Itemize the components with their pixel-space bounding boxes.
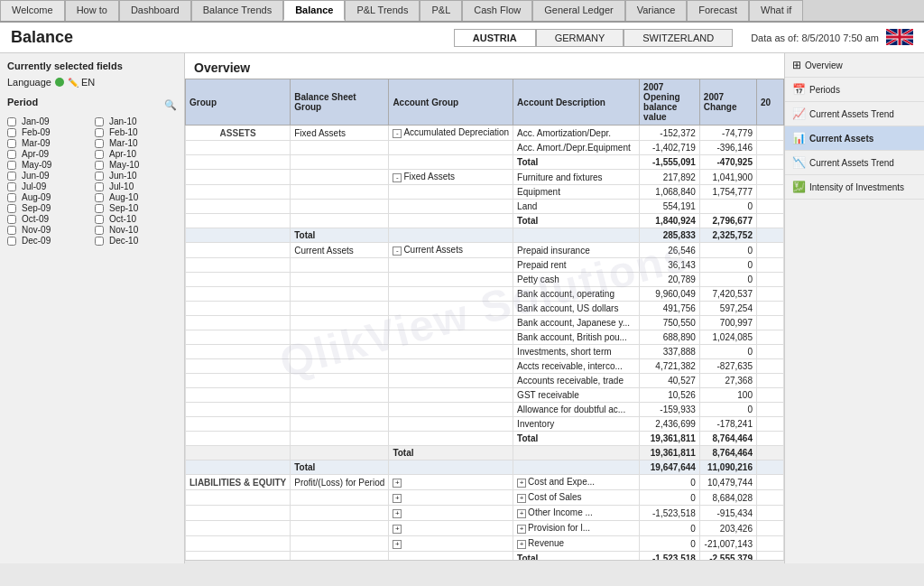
period-checkbox-Jan-09[interactable] — [7, 117, 16, 126]
right-panel-item-current-assets[interactable]: 📊Current Assets — [785, 126, 924, 151]
period-checkbox-Aug-09[interactable] — [7, 193, 16, 202]
expand-button[interactable]: + — [517, 525, 526, 534]
cell-opening-value: 285,833 — [640, 228, 700, 243]
table-row: Allowance for doubtful ac...-159,9330 — [186, 403, 784, 417]
period-checkbox-Feb-10[interactable] — [95, 128, 104, 137]
col-header-group: Group — [186, 79, 291, 126]
cell-account-group: -Current Assets — [389, 243, 513, 258]
period-checkbox-Mar-10[interactable] — [95, 139, 104, 148]
period-checkbox-Jul-09[interactable] — [7, 182, 16, 191]
country-tab-switzerland[interactable]: SWITZERLAND — [624, 29, 733, 47]
cell-opening-value: 4,721,382 — [640, 359, 700, 374]
expand-button[interactable]: + — [517, 479, 526, 488]
period-checkbox-May-09[interactable] — [7, 161, 16, 170]
period-label-Jun-10: Jun-10 — [109, 171, 139, 181]
period-checkbox-Apr-10[interactable] — [95, 150, 104, 159]
cell-extra — [757, 302, 784, 316]
country-tab-germany[interactable]: GERMANY — [536, 29, 624, 47]
cell-account-desc: +Provision for l... — [513, 521, 640, 536]
period-checkbox-Oct-09[interactable] — [7, 215, 16, 224]
cell-account-desc: Accts receivable, interco... — [513, 359, 640, 374]
period-checkbox-Jun-09[interactable] — [7, 172, 16, 181]
period-checkbox-May-10[interactable] — [95, 161, 104, 170]
cell-bs-group — [291, 432, 389, 446]
cell-group — [186, 330, 291, 345]
expand-button[interactable]: + — [517, 494, 526, 503]
expand-button[interactable]: + — [393, 540, 402, 549]
expand-button[interactable]: - — [393, 129, 402, 138]
period-checkbox-Jul-10[interactable] — [95, 182, 104, 191]
nav-tab-balance-trends[interactable]: Balance Trends — [191, 0, 283, 21]
right-panel-item-overview[interactable]: ⊞Overview — [785, 53, 924, 78]
nav-tab-forecast[interactable]: Forecast — [687, 0, 749, 21]
cell-group — [186, 417, 291, 432]
right-panel-item-current-assets-trend[interactable]: 📈Current Assets Trend — [785, 102, 924, 126]
period-checkbox-Sep-10[interactable] — [95, 204, 104, 213]
period-checkbox-Dec-10[interactable] — [95, 237, 104, 246]
right-panel-item-periods[interactable]: 📅Periods — [785, 78, 924, 102]
cell-account-desc: Petty cash — [513, 273, 640, 287]
cell-extra — [757, 126, 784, 141]
period-label-Feb-10: Feb-10 — [109, 127, 139, 137]
nav-tab-general-ledger[interactable]: General Ledger — [532, 0, 624, 21]
table-row: Petty cash20,7890 — [186, 273, 784, 287]
cell-extra — [757, 388, 784, 403]
expand-button[interactable]: + — [393, 509, 402, 518]
nav-tab-how-to[interactable]: How to — [65, 0, 119, 21]
expand-button[interactable]: + — [393, 525, 402, 534]
cell-extra — [757, 155, 784, 170]
right-panel-item-current-assets-trend[interactable]: 📉Current Assets Trend — [785, 151, 924, 175]
expand-button[interactable]: + — [517, 509, 526, 518]
period-checkbox-Jun-10[interactable] — [95, 172, 104, 181]
period-search-icon[interactable]: 🔍 — [164, 99, 177, 111]
cell-opening-value: 36,143 — [640, 258, 700, 273]
cell-change-value: 8,764,464 — [699, 446, 756, 460]
table-row: Total-1,523,518-2,555,379 — [186, 552, 784, 561]
cell-change-value: 700,997 — [699, 316, 756, 330]
nav-tab-variance[interactable]: Variance — [625, 0, 688, 21]
period-checkbox-Oct-10[interactable] — [95, 215, 104, 224]
country-tab-austria[interactable]: AUSTRIA — [454, 29, 536, 47]
right-panel-item-intensity-of-investments[interactable]: 💹Intensity of Investments — [785, 175, 924, 200]
cell-bs-group — [291, 200, 389, 214]
table-row: Accounts receivable, trade40,52727,368 — [186, 374, 784, 388]
nav-tab-what-if[interactable]: What if — [749, 0, 803, 21]
nav-tab-cash-flow[interactable]: Cash Flow — [462, 0, 532, 21]
cell-opening-value: 554,191 — [640, 200, 700, 214]
period-label-Jul-10: Jul-10 — [109, 181, 139, 191]
nav-tab-welcome[interactable]: Welcome — [0, 0, 65, 21]
nav-tab-dashboard[interactable]: Dashboard — [119, 0, 191, 21]
expand-button[interactable]: + — [393, 494, 402, 503]
nav-tab-balance[interactable]: Balance — [283, 0, 345, 21]
horizontal-scrollbar[interactable] — [185, 560, 784, 563]
cell-bs-group — [291, 359, 389, 374]
cell-opening-value: 0 — [640, 490, 700, 506]
cell-change-value: 0 — [699, 403, 756, 417]
period-checkbox-Aug-10[interactable] — [95, 193, 104, 202]
cell-group — [186, 287, 291, 302]
period-checkbox-Mar-09[interactable] — [7, 139, 16, 148]
nav-tab-p-l[interactable]: P&L — [420, 0, 462, 21]
table-row: Acc. Amort./Depr.Equipment-1,402,719-396… — [186, 141, 784, 155]
table-row: ++Cost of Sales08,684,028 — [186, 490, 784, 506]
expand-button[interactable]: + — [517, 540, 526, 549]
cell-group — [186, 432, 291, 446]
table-row: Accts receivable, interco...4,721,382-82… — [186, 359, 784, 374]
nav-tab-p-l-trends[interactable]: P&L Trends — [345, 0, 420, 21]
expand-button[interactable]: - — [393, 173, 402, 182]
period-checkbox-Apr-09[interactable] — [7, 150, 16, 159]
period-checkbox-Sep-09[interactable] — [7, 204, 16, 213]
period-checkbox-Nov-09[interactable] — [7, 226, 16, 235]
period-checkbox-Jan-10[interactable] — [95, 117, 104, 126]
expand-button[interactable]: + — [393, 479, 402, 488]
cell-account-desc: Total — [513, 155, 640, 170]
cell-extra — [757, 200, 784, 214]
period-checkbox-Dec-09[interactable] — [7, 237, 16, 246]
cell-opening-value: 0 — [640, 475, 700, 490]
cell-group — [186, 243, 291, 258]
period-checkbox-Nov-10[interactable] — [95, 226, 104, 235]
cell-account-group: + — [389, 536, 513, 552]
cell-account-group — [389, 345, 513, 359]
expand-button[interactable]: - — [393, 246, 402, 256]
period-checkbox-Feb-09[interactable] — [7, 128, 16, 137]
